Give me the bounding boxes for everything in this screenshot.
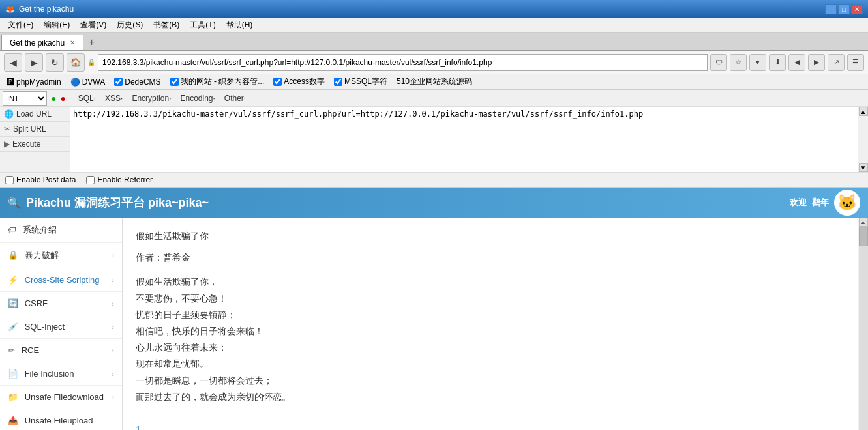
pikachu-title: Pikachu 漏洞练习平台 pika~pika~	[26, 195, 209, 210]
poem-line-2: 忧郁的日子里须要镇静；	[136, 307, 845, 323]
enable-referrer-label[interactable]: Enable Referrer	[86, 175, 153, 184]
scroll-up-button[interactable]: ▲	[859, 107, 868, 116]
hackbar-encoding[interactable]: Encoding·	[177, 93, 217, 104]
welcome-text: 欢迎	[790, 197, 807, 208]
sidebar-item-csrf[interactable]: 🔄 CSRF ›	[0, 292, 122, 315]
poem-line-0: 假如生活欺骗了你，	[136, 274, 845, 290]
poem-body: 假如生活欺骗了你， 不要悲伤，不要心急！ 忧郁的日子里须要镇静； 相信吧，快乐的…	[136, 274, 845, 405]
mysite-checkbox[interactable]	[170, 78, 179, 86]
tab-close-button[interactable]: ✕	[70, 39, 75, 46]
bookmark-mssql[interactable]: MSSQL字符	[331, 75, 390, 89]
bookmark-access[interactable]: Access数字	[271, 75, 327, 89]
bookmark-dedecms[interactable]: DedeCMS	[112, 76, 163, 88]
split-url-button[interactable]: ✂ Split URL	[0, 122, 70, 137]
pikachu-avatar: 🐱	[834, 190, 860, 216]
dedecms-checkbox[interactable]	[114, 78, 123, 86]
load-url-button[interactable]: 🌐 Load URL	[0, 107, 70, 122]
download-arrow: ›	[112, 394, 114, 401]
bruteforce-arrow: ›	[112, 251, 114, 259]
close-button[interactable]: ✕	[851, 4, 863, 14]
username-text: 鹳年	[812, 197, 829, 208]
scroll-down-button[interactable]: ▼	[859, 163, 868, 172]
poem-line-7: 而那过去了的，就会成为亲切的怀恋。	[136, 389, 845, 405]
split-url-icon: ✂	[4, 124, 10, 134]
csrf-icon: 🔄	[8, 298, 18, 308]
sidebar-item-xss[interactable]: ⚡ Cross-Site Scripting ›	[0, 268, 122, 292]
browser-icon: 🦊	[5, 5, 15, 14]
hackbar-encryption[interactable]: Encryption·	[129, 93, 173, 104]
lock-icon: 🔒	[8, 250, 18, 260]
sidebar-item-unsafe-upload[interactable]: 📤 Unsafe Fileupload	[0, 409, 122, 430]
sidebar-item-unsafe-download[interactable]: 📁 Unsafe Filedownload ›	[0, 386, 122, 409]
nav-left-arrow[interactable]: ◀	[788, 54, 805, 71]
pikachu-header-left: 🔍 Pikachu 漏洞练习平台 pika~pika~	[8, 195, 209, 210]
menu-bookmarks[interactable]: 书签(B)	[148, 18, 185, 32]
bookmarks-bar: 🅿 phpMyadmin 🔵 DVWA DedeCMS 我的网站 - 织梦内容管…	[0, 74, 868, 90]
execute-button[interactable]: ▶ Execute	[0, 137, 70, 152]
hackbar-other[interactable]: Other·	[222, 93, 248, 104]
shield-icon[interactable]: 🛡	[710, 54, 727, 71]
enable-post-label[interactable]: Enable Post data	[5, 175, 76, 184]
content-area: 假如生活欺骗了你 作者：普希金 假如生活欺骗了你， 不要悲伤，不要心急！ 忧郁的…	[123, 218, 858, 430]
scroll-track[interactable]	[859, 227, 868, 430]
download-button[interactable]: ⬇	[769, 54, 786, 71]
menu-tools[interactable]: 工具(T)	[185, 18, 220, 32]
bookmark-star-icon[interactable]: ☆	[730, 54, 747, 71]
menu-history[interactable]: 历史(S)	[112, 18, 148, 32]
maximize-button[interactable]: □	[838, 4, 850, 14]
menu-file[interactable]: 文件(F)	[3, 18, 38, 32]
back-button[interactable]: ◀	[4, 53, 22, 72]
fileinc-icon: 📄	[8, 369, 18, 379]
more-options-button[interactable]: ☰	[847, 54, 864, 71]
address-icons: 🛡 ☆ ▾ ⬇ ◀ ▶ ↗ ☰	[710, 54, 864, 71]
hackbar-scrollbar: ▲ ▼	[858, 107, 868, 172]
refresh-button[interactable]: ↻	[46, 53, 64, 72]
new-tab-button[interactable]: +	[83, 35, 100, 50]
pikachu-header-right: 欢迎 鹳年 🐱	[790, 190, 860, 216]
hackbar-url-textarea[interactable]	[70, 107, 858, 172]
hackbar-xss[interactable]: XSS·	[102, 93, 125, 104]
green-dot-icon: ●	[51, 93, 56, 104]
hackbar-type-select[interactable]: INT STRING	[3, 91, 47, 106]
menu-help[interactable]: 帮助(H)	[221, 18, 258, 32]
minimize-button[interactable]: —	[825, 4, 837, 14]
sidebar-item-bruteforce[interactable]: 🔒 暴力破解 ›	[0, 243, 122, 268]
load-url-icon: 🌐	[4, 109, 14, 119]
mssql-checkbox[interactable]	[334, 78, 342, 86]
csrf-arrow: ›	[112, 300, 114, 308]
bookmark-mysite[interactable]: 我的网站 - 织梦内容管...	[168, 75, 267, 89]
bookmark-510[interactable]: 510企业网站系统源码	[394, 75, 475, 89]
bookmark-dvwa[interactable]: 🔵 DVWA	[68, 76, 108, 88]
bookmark-phpmyadmin[interactable]: 🅿 phpMyadmin	[4, 76, 64, 88]
enable-post-checkbox[interactable]	[5, 176, 14, 184]
share-icon[interactable]: ↗	[828, 54, 845, 71]
enable-referrer-checkbox[interactable]	[86, 176, 95, 184]
sidebar-item-intro[interactable]: 🏷 系统介绍	[0, 218, 122, 243]
dvwa-icon: 🔵	[70, 78, 80, 87]
poem-line-6: 一切都是瞬息，一切都将会过去；	[136, 373, 845, 389]
sidebar-item-rce[interactable]: ✏ RCE ›	[0, 339, 122, 362]
menu-view[interactable]: 查看(V)	[75, 18, 112, 32]
forward-button[interactable]: ▶	[25, 53, 43, 72]
hackbar-sql[interactable]: SQL·	[76, 93, 98, 104]
scroll-thumb[interactable]	[859, 227, 868, 246]
nav-right-arrow[interactable]: ▶	[808, 54, 825, 71]
access-checkbox[interactable]	[273, 78, 282, 86]
sidebar-item-fileinclusion[interactable]: 📄 File Inclusion ›	[0, 362, 122, 386]
hackbar: INT STRING ● ● · SQL· XSS· Encryption· E…	[0, 90, 868, 188]
phpmyadmin-icon: 🅿	[7, 78, 14, 87]
menu-edit[interactable]: 编辑(E)	[38, 18, 75, 32]
address-input[interactable]	[98, 54, 708, 71]
sql-arrow: ›	[112, 323, 114, 331]
pikachu-header: 🔍 Pikachu 漏洞练习平台 pika~pika~ 欢迎 鹳年 🐱	[0, 188, 868, 218]
content-link-1[interactable]: 1	[136, 424, 141, 430]
tab-pikachu[interactable]: Get the pikachu ✕	[1, 35, 83, 50]
sidebar-item-sqlinject[interactable]: 💉 SQL-Inject ›	[0, 315, 122, 339]
content-scroll-up[interactable]: ▲	[859, 218, 868, 227]
hackbar-main: 🌐 Load URL ✂ Split URL ▶ Execute ▲ ▼	[0, 107, 868, 172]
window-title: Get the pikachu	[19, 5, 74, 14]
home-button[interactable]: 🏠	[67, 53, 85, 72]
dropdown-arrow[interactable]: ▾	[749, 54, 766, 71]
menu-bar: 文件(F) 编辑(E) 查看(V) 历史(S) 书签(B) 工具(T) 帮助(H…	[0, 18, 868, 33]
tab-label: Get the pikachu	[10, 38, 65, 48]
